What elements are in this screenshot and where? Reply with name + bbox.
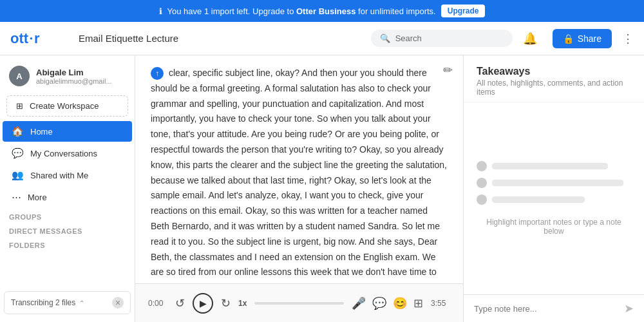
placeholder-row-2 bbox=[477, 178, 631, 188]
grid-icon-button[interactable]: ⊞ bbox=[413, 296, 423, 310]
search-icon: 🔍 bbox=[380, 33, 390, 43]
lock-icon: 🔒 bbox=[563, 33, 574, 44]
header-title: Email Etiquette Lecture bbox=[79, 33, 361, 44]
transcription-close-button[interactable]: × bbox=[112, 297, 124, 308]
upgrade-banner: ℹ You have 1 import left. Upgrade to Ott… bbox=[0, 0, 644, 22]
rewind-button[interactable]: ↺ bbox=[175, 296, 185, 310]
placeholder-icon-3 bbox=[477, 194, 487, 205]
create-workspace-label: Create Workspace bbox=[30, 101, 99, 111]
nav-shared-label: Shared with Me bbox=[30, 171, 88, 180]
workspace-icon: ⊞ bbox=[16, 101, 23, 111]
shared-icon: 👥 bbox=[12, 169, 24, 181]
user-section: A Abigale Lim abigalelimmuo@gmail... bbox=[0, 61, 135, 91]
forward-button[interactable]: ↻ bbox=[221, 296, 231, 310]
chevron-up-icon: ⌃ bbox=[79, 299, 84, 307]
transcript-body: ✏ ↑ clear, specific subject line, okay? … bbox=[135, 55, 463, 283]
current-time: 0:00 bbox=[148, 299, 167, 308]
bell-icon[interactable]: 🔔 bbox=[523, 32, 537, 46]
main-layout: A Abigale Lim abigalelimmuo@gmail... ⊞ C… bbox=[0, 55, 644, 322]
user-info: Abigale Lim abigalelimmuo@gmail... bbox=[36, 68, 112, 85]
groups-label: GROUPS bbox=[0, 208, 135, 222]
total-time: 3:55 bbox=[431, 299, 450, 308]
takeaways-panel: Takeaways All notes, highlights, comment… bbox=[464, 55, 644, 322]
player-icons: 🎤 💬 😊 ⊞ bbox=[352, 296, 423, 310]
sidebar: A Abigale Lim abigalelimmuo@gmail... ⊞ C… bbox=[0, 55, 135, 322]
nav-more[interactable]: ⋯ More bbox=[3, 187, 132, 207]
home-icon: 🏠 bbox=[12, 126, 24, 137]
logo: ott●r bbox=[10, 30, 62, 47]
emoji-icon-button[interactable]: 😊 bbox=[393, 296, 407, 310]
avatar: A bbox=[9, 66, 30, 86]
takeaways-title: Takeaways bbox=[477, 66, 631, 77]
share-label: Share bbox=[578, 33, 601, 44]
banner-message: You have 1 import left. Upgrade to Otter… bbox=[167, 6, 436, 16]
conversations-icon: 💬 bbox=[12, 147, 24, 159]
nav-home-label: Home bbox=[30, 127, 53, 137]
placeholder-row-1 bbox=[477, 161, 631, 171]
more-options-button[interactable]: ⋮ bbox=[622, 32, 634, 46]
upgrade-button[interactable]: Upgrade bbox=[441, 5, 486, 17]
transcription-label: Transcribing 2 files bbox=[11, 298, 75, 307]
transcript-text: clear, specific subject line, okay? And … bbox=[151, 68, 447, 283]
placeholder-line-2 bbox=[492, 180, 623, 186]
transcription-status: Transcribing 2 files ⌃ × bbox=[4, 291, 131, 314]
takeaways-content: Highlight important notes or type a note… bbox=[464, 102, 644, 294]
direct-messages-label: DIRECT MESSAGES bbox=[0, 222, 135, 236]
create-workspace-button[interactable]: ⊞ Create Workspace bbox=[6, 95, 128, 117]
play-button[interactable]: ▶ bbox=[193, 293, 213, 314]
folders-label: FOLDERS bbox=[0, 236, 135, 251]
placeholder-line-1 bbox=[492, 163, 608, 169]
header: ott●r Email Etiquette Lecture 🔍 Search 🔔… bbox=[0, 22, 644, 55]
nav-my-conversations[interactable]: 💬 My Conversations bbox=[3, 143, 132, 164]
audio-player: 0:00 ↺ ▶ ↻ 1x 🎤 💬 😊 ⊞ 3:55 bbox=[135, 283, 463, 322]
more-icon: ⋯ bbox=[12, 191, 21, 203]
player-controls: ↺ ▶ ↻ 1x bbox=[175, 293, 247, 314]
info-icon: ℹ bbox=[159, 6, 162, 16]
send-note-button[interactable]: ➤ bbox=[624, 301, 634, 316]
note-input[interactable] bbox=[474, 304, 619, 314]
transcription-text: Transcribing 2 files ⌃ bbox=[11, 298, 84, 307]
chat-icon-button[interactable]: 💬 bbox=[372, 296, 386, 310]
placeholder-icon-1 bbox=[477, 161, 487, 171]
logo-text: ott bbox=[10, 30, 28, 47]
user-email: abigalelimmuo@gmail... bbox=[36, 77, 112, 85]
mic-icon-button[interactable]: 🎤 bbox=[352, 296, 366, 310]
placeholder-hint: Highlight important notes or type a note… bbox=[477, 218, 631, 236]
note-input-area: ➤ bbox=[464, 294, 644, 322]
upload-indicator: ↑ bbox=[151, 67, 164, 80]
nav-my-conversations-label: My Conversations bbox=[30, 149, 97, 158]
speed-button[interactable]: 1x bbox=[238, 299, 247, 308]
placeholder-icon-2 bbox=[477, 178, 487, 188]
content-area: ✏ ↑ clear, specific subject line, okay? … bbox=[135, 55, 464, 322]
placeholder-row-3 bbox=[477, 194, 631, 205]
placeholder-line-3 bbox=[492, 196, 585, 203]
edit-button[interactable]: ✏ bbox=[443, 63, 453, 77]
takeaways-subtitle: All notes, highlights, comments, and act… bbox=[477, 79, 631, 97]
user-name: Abigale Lim bbox=[36, 68, 112, 77]
search-placeholder: Search bbox=[395, 33, 422, 43]
nav-home[interactable]: 🏠 Home bbox=[3, 121, 132, 142]
nav-more-label: More bbox=[28, 193, 47, 202]
takeaways-header: Takeaways All notes, highlights, comment… bbox=[464, 55, 644, 102]
nav-shared[interactable]: 👥 Shared with Me bbox=[3, 165, 132, 185]
search-bar[interactable]: 🔍 Search bbox=[371, 30, 513, 47]
share-button[interactable]: 🔒 Share bbox=[553, 29, 612, 48]
progress-bar[interactable] bbox=[254, 302, 344, 305]
placeholder-lines bbox=[477, 161, 631, 205]
